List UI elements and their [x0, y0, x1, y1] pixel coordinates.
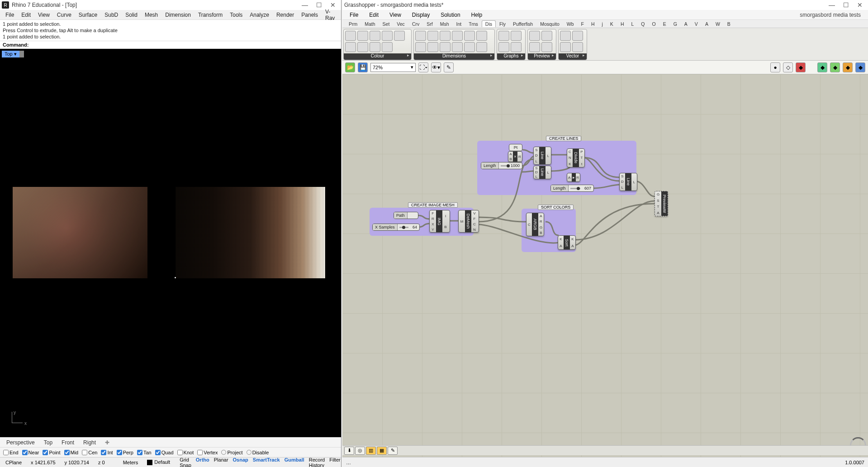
doc-tab-button[interactable]: ⬇: [344, 447, 354, 455]
status-layer[interactable]: Default: [143, 459, 174, 465]
minimize-icon[interactable]: —: [302, 1, 308, 9]
doc-tab-button[interactable]: ◎: [355, 447, 365, 455]
menu-solid[interactable]: Solid: [122, 12, 141, 18]
rhino-command-line[interactable]: Command:: [0, 41, 341, 49]
cat-tab-pufferfish[interactable]: Pufferfish: [509, 20, 536, 27]
view-tab-right[interactable]: Right: [80, 438, 100, 447]
status-units[interactable]: Meters: [119, 460, 142, 465]
component-multiply[interactable]: AB × R: [508, 151, 522, 162]
recompute-button[interactable]: ◆: [855, 62, 865, 72]
osnap-near[interactable]: Near: [21, 450, 41, 455]
component-preview[interactable]: GSTAPreviewW: [655, 191, 668, 216]
toggle-osnap[interactable]: Osnap: [231, 457, 251, 467]
sketch-button[interactable]: ✎: [444, 62, 454, 72]
osnap-mid[interactable]: Mid: [63, 450, 80, 455]
view-tab-top[interactable]: Top: [40, 438, 56, 447]
cat-tab-o[interactable]: O: [648, 20, 659, 27]
ribbon-tool-icon[interactable]: [357, 31, 368, 41]
component-line-2[interactable]: SDLLineL: [533, 166, 551, 179]
component-divide[interactable]: CNKDividePTt: [567, 148, 585, 167]
menu-render[interactable]: Render: [273, 12, 298, 18]
cat-tab-l[interactable]: L: [627, 20, 637, 27]
ribbon-panel-label[interactable]: Dimensions: [414, 53, 494, 60]
cat-tab-wb[interactable]: Wb: [563, 20, 578, 27]
ribbon-tool-icon[interactable]: [572, 42, 583, 52]
ribbon-tool-icon[interactable]: [498, 42, 509, 52]
cat-tab-v[interactable]: V: [691, 20, 702, 27]
gh-ribbon[interactable]: Colour Dimensions Graphs Preview Vector: [342, 28, 868, 61]
close-icon[interactable]: ✕: [330, 1, 336, 9]
gh-canvas[interactable]: CREATE IMAGE MESH CREATE LINES SORT COLO…: [342, 74, 868, 467]
osnap-point[interactable]: Point: [41, 450, 62, 455]
menu-mesh[interactable]: Mesh: [141, 12, 161, 18]
slider-length-1[interactable]: Length 1000: [481, 162, 522, 169]
slider-x-samples[interactable]: X Samples 64: [372, 224, 420, 231]
doc-tab-button[interactable]: ✎: [388, 447, 398, 455]
cat-tab-a[interactable]: A: [681, 20, 691, 27]
preview-quality-button[interactable]: ◆: [830, 62, 840, 72]
ribbon-tool-icon[interactable]: [394, 31, 405, 41]
ribbon-tool-icon[interactable]: [382, 31, 393, 41]
ribbon-tool-icon[interactable]: [560, 31, 571, 41]
ribbon-panel-label[interactable]: Colour: [344, 53, 411, 60]
ribbon-tool-icon[interactable]: [464, 42, 475, 52]
ribbon-tool-icon[interactable]: [357, 42, 368, 52]
osnap-perp[interactable]: Perp: [115, 450, 135, 455]
ribbon-tool-icon[interactable]: [370, 42, 380, 52]
osnap-disable[interactable]: Disable: [245, 450, 270, 455]
osnap-knot[interactable]: Knot: [176, 450, 195, 455]
component-line-3[interactable]: SDLLineL: [619, 173, 637, 191]
ribbon-tool-icon[interactable]: [529, 31, 540, 41]
ribbon-tool-icon[interactable]: [440, 31, 451, 41]
ribbon-tool-icon[interactable]: [345, 42, 356, 52]
viewport-label[interactable]: Top ▾: [2, 51, 24, 57]
component-img[interactable]: FRXY IMG IB: [429, 210, 450, 233]
menu-dimension[interactable]: Dimension: [161, 12, 194, 18]
zoom-selector[interactable]: 72%▾: [370, 63, 416, 72]
toggle-gumball[interactable]: Gumball: [282, 457, 307, 467]
menu-view[interactable]: View: [34, 12, 53, 18]
ribbon-tool-icon[interactable]: [345, 31, 356, 41]
ribbon-tool-icon[interactable]: [427, 42, 438, 52]
doc-tab-button[interactable]: ▥: [366, 447, 376, 455]
component-sort[interactable]: KASortKA: [558, 235, 576, 250]
ribbon-tool-icon[interactable]: [415, 42, 426, 52]
cat-tab-q[interactable]: Q: [637, 20, 648, 27]
cat-tab-int[interactable]: Int: [452, 20, 465, 27]
preview-mesh-button[interactable]: ◆: [817, 62, 827, 72]
toggle-ortho[interactable]: Ortho: [194, 457, 212, 467]
component-relay[interactable]: A▸R: [567, 173, 580, 182]
ribbon-tool-icon[interactable]: [476, 42, 487, 52]
menu-transform[interactable]: Transform: [194, 12, 226, 18]
ribbon-tool-icon[interactable]: [382, 42, 393, 52]
gh-toolbar[interactable]: 📂 💾 72%▾ ⛶▾ 👁▾ ✎ ● ◇ ◆ ◆ ◆ ◆ ◆: [342, 61, 868, 74]
component-argb[interactable]: CARGBARGB: [526, 213, 544, 236]
add-view-tab-icon[interactable]: ✚: [101, 438, 113, 447]
cat-tab-trns[interactable]: Trns: [465, 20, 482, 27]
ribbon-tool-icon[interactable]: [560, 42, 571, 52]
view-tab-front[interactable]: Front: [58, 438, 78, 447]
osnap-cen[interactable]: Cen: [81, 450, 99, 455]
rhino-osnap-bar[interactable]: End Near Point Mid Cen Int Perp Tan Quad…: [0, 447, 341, 457]
cat-tab-f[interactable]: F: [578, 20, 588, 27]
ribbon-tool-icon[interactable]: [464, 31, 475, 41]
minimize-icon[interactable]: —: [829, 1, 835, 9]
rhino-viewport[interactable]: Top ▾ y x: [0, 49, 341, 437]
disable-preview-button[interactable]: ◆: [796, 62, 806, 72]
preview-settings-button[interactable]: 👁▾: [431, 62, 441, 72]
toggle-planar[interactable]: Planar: [212, 457, 231, 467]
menu-edit[interactable]: Edit: [365, 12, 383, 18]
cat-tab-k[interactable]: K: [607, 20, 617, 27]
doc-tab-button[interactable]: ▦: [377, 447, 387, 455]
osnap-vertex[interactable]: Vertex: [196, 450, 219, 455]
maximize-icon[interactable]: ☐: [316, 1, 322, 9]
toggle-record history[interactable]: Record History: [307, 457, 327, 467]
ribbon-tool-icon[interactable]: [427, 31, 438, 41]
gh-menubar[interactable]: FileEditViewDisplaySolutionHelpsmorgasbo…: [342, 10, 868, 20]
param-path[interactable]: Path: [394, 212, 418, 219]
rhino-view-tabs[interactable]: PerspectiveTopFrontRight✚: [0, 437, 341, 447]
cat-tab-msh[interactable]: Msh: [436, 20, 453, 27]
ribbon-tool-icon[interactable]: [529, 42, 540, 52]
menu-surface[interactable]: Surface: [75, 12, 101, 18]
zoom-extents-button[interactable]: ⛶▾: [418, 62, 428, 72]
